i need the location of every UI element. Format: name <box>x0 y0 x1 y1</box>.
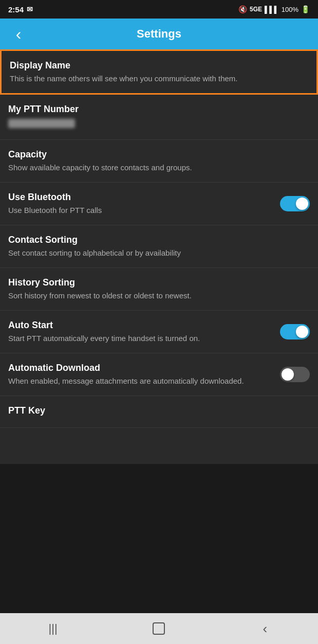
back-nav-button[interactable]: ‹ <box>245 618 286 639</box>
settings-item-title-ptt-key: PTT Key <box>8 405 304 416</box>
settings-item-desc-automatic-download: When enabled, message attachments are au… <box>8 375 274 386</box>
settings-item-automatic-download[interactable]: Automatic DownloadWhen enabled, message … <box>0 353 318 396</box>
settings-item-auto-start[interactable]: Auto StartStart PTT automatically every … <box>0 311 318 353</box>
status-bar: 2:54 ✉ 🔇 5GE ▌▌▌ 100% 🔋 <box>0 0 318 19</box>
settings-item-title-history-sorting: History Sorting <box>8 277 304 288</box>
settings-list: Display NameThis is the name others will… <box>0 49 318 464</box>
settings-item-title-auto-start: Auto Start <box>8 320 274 331</box>
settings-item-desc-history-sorting: Sort history from newest to oldest or ol… <box>8 290 304 301</box>
settings-item-history-sorting[interactable]: History SortingSort history from newest … <box>0 268 318 311</box>
back-nav-icon: ‹ <box>263 621 267 637</box>
status-icons: 🔇 5GE ▌▌▌ 100% 🔋 <box>238 5 310 13</box>
settings-item-display-name[interactable]: Display NameThis is the name others will… <box>0 49 318 95</box>
settings-item-title-use-bluetooth: Use Bluetooth <box>8 192 274 203</box>
settings-item-ptt-key[interactable]: PTT Key <box>0 396 318 428</box>
settings-item-contact-sorting[interactable]: Contact SortingSet contact sorting to al… <box>0 225 318 268</box>
menu-icon: ||| <box>49 622 58 635</box>
status-time: 2:54 ✉ <box>8 5 33 14</box>
settings-item-title-capacity: Capacity <box>8 149 304 160</box>
notification-icon: ✉ <box>27 5 33 13</box>
time-display: 2:54 <box>8 5 24 14</box>
back-button[interactable]: ‹ <box>8 24 29 44</box>
settings-item-content-ptt-number: My PTT Number <box>8 104 310 130</box>
page-title: Settings <box>137 27 181 41</box>
ptt-number-value <box>8 119 75 128</box>
settings-item-content-automatic-download: Automatic DownloadWhen enabled, message … <box>8 363 280 386</box>
bottom-nav-bar: ||| ‹ <box>0 613 318 644</box>
settings-item-desc-use-bluetooth: Use Bluetooth for PTT calls <box>8 205 274 216</box>
settings-item-ptt-number[interactable]: My PTT Number <box>0 95 318 140</box>
settings-item-content-use-bluetooth: Use BluetoothUse Bluetooth for PTT calls <box>8 192 280 216</box>
battery-percent: 100% <box>282 6 298 13</box>
toggle-auto-start[interactable] <box>280 324 310 339</box>
settings-item-desc-capacity: Show available capacity to store contact… <box>8 162 304 173</box>
settings-item-content-auto-start: Auto StartStart PTT automatically every … <box>8 320 280 344</box>
toggle-automatic-download[interactable] <box>280 367 310 382</box>
top-nav: ‹ Settings <box>0 19 318 49</box>
back-icon: ‹ <box>16 25 22 44</box>
settings-item-title-display-name: Display Name <box>10 60 302 71</box>
home-button[interactable] <box>138 618 179 639</box>
settings-item-title-ptt-number: My PTT Number <box>8 104 304 115</box>
settings-item-title-automatic-download: Automatic Download <box>8 363 274 373</box>
menu-button[interactable]: ||| <box>32 618 73 639</box>
settings-item-use-bluetooth[interactable]: Use BluetoothUse Bluetooth for PTT calls <box>0 183 318 225</box>
signal-5g-icon: 5GE <box>250 6 262 13</box>
settings-item-desc-display-name: This is the name others will see when yo… <box>10 73 302 84</box>
toggle-use-bluetooth[interactable] <box>280 196 310 211</box>
settings-item-content-display-name: Display NameThis is the name others will… <box>10 60 308 84</box>
settings-item-title-contact-sorting: Contact Sorting <box>8 235 304 245</box>
settings-item-desc-contact-sorting: Set contact sorting to alphabetical or b… <box>8 247 304 258</box>
home-icon <box>153 622 165 635</box>
settings-item-desc-auto-start: Start PTT automatically every time hands… <box>8 333 274 344</box>
settings-item-content-ptt-key: PTT Key <box>8 405 310 418</box>
settings-item-content-capacity: CapacityShow available capacity to store… <box>8 149 310 173</box>
signal-bars-icon: ▌▌▌ <box>265 6 279 13</box>
settings-item-content-history-sorting: History SortingSort history from newest … <box>8 277 310 301</box>
settings-item-capacity[interactable]: CapacityShow available capacity to store… <box>0 140 318 183</box>
settings-item-content-contact-sorting: Contact SortingSet contact sorting to al… <box>8 235 310 258</box>
battery-icon: 🔋 <box>301 5 310 13</box>
mute-icon: 🔇 <box>238 5 247 13</box>
